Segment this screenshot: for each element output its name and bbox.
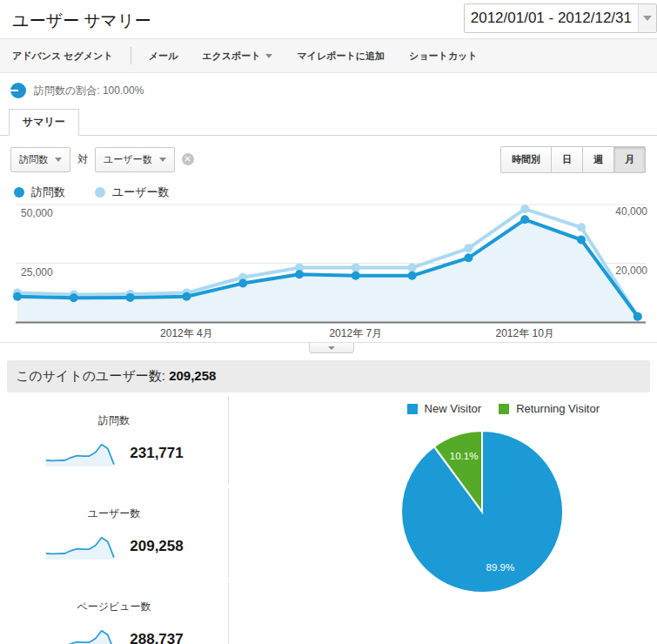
returning-visitor-swatch-icon: [499, 404, 509, 414]
chart-controls: 訪問数 対 ユーザー数 ✕ 時間別 日 週 月: [0, 136, 657, 174]
toolbar-item-shortcuts[interactable]: ショートカット: [409, 50, 478, 63]
toolbar-label: アドバンス セグメント: [12, 50, 113, 63]
legend-label: ユーザー数: [112, 184, 170, 200]
svg-text:2012年 10月: 2012年 10月: [496, 327, 554, 339]
chart-collapse-row: [0, 343, 657, 357]
toolbar-label: ショートカット: [409, 50, 478, 63]
legend-label: 訪問数: [31, 184, 65, 200]
svg-text:50,000: 50,000: [21, 207, 53, 219]
visits-area-fill: [17, 219, 638, 322]
page-header: ユーザー サマリー 2012/01/01 - 2012/12/31: [0, 0, 657, 39]
line-chart-legend: 訪問数 ユーザー数: [0, 174, 657, 200]
legend-item-returning-visitor: Returning Visitor: [499, 402, 600, 415]
granularity-month-button[interactable]: 月: [613, 146, 646, 173]
visits-legend-dot-icon: [14, 187, 24, 198]
legend-label: Returning Visitor: [516, 402, 600, 415]
svg-text:25,000: 25,000: [21, 266, 53, 278]
metric-block-visits[interactable]: 訪問数 231,771: [0, 396, 229, 484]
svg-text:20,000: 20,000: [615, 265, 647, 277]
tab-strip: サマリー: [0, 108, 657, 136]
toolbar-divider: [131, 47, 131, 64]
metric-label: ページビュー数: [0, 600, 228, 614]
metric-block-pageviews[interactable]: ページビュー数 288,737: [0, 582, 229, 644]
svg-text:40,000: 40,000: [615, 205, 647, 218]
tab-summary-label: サマリー: [23, 115, 65, 130]
toolbar-label: マイレポートに追加: [297, 50, 385, 63]
site-users-bar: このサイトのユーザー数: 209,258: [7, 360, 650, 392]
site-users-value: 209,258: [169, 368, 216, 383]
metric-value: 288,737: [130, 631, 183, 644]
date-range-arrow[interactable]: [638, 4, 656, 32]
svg-text:2012年 4月: 2012年 4月: [160, 327, 213, 339]
metrics-column: 訪問数 231,771 ユーザー数 209,258 ページビュー数 288,73…: [0, 396, 229, 644]
chevron-down-icon: [643, 16, 652, 21]
date-range-selector[interactable]: 2012/01/01 - 2012/12/31: [464, 3, 657, 33]
metric-label: ユーザー数: [0, 506, 228, 521]
pie-legend: New Visitor Returning Visitor: [407, 402, 600, 415]
toolbar-item-advanced-segments[interactable]: アドバンス セグメント: [12, 50, 113, 63]
segment-pie-icon: [10, 83, 26, 98]
vs-label: 対: [77, 152, 88, 167]
granularity-button-group: 時間別 日 週 月: [500, 146, 646, 173]
users-legend-dot-icon: [95, 187, 105, 198]
toolbar-item-add-to-dashboard[interactable]: マイレポートに追加: [297, 50, 385, 63]
visitor-type-section: New Visitor Returning Visitor 89.9%10.1%: [229, 396, 657, 644]
visits-users-line-chart[interactable]: 50,00025,00040,00020,0002012年 4月2012年 7月…: [0, 200, 657, 342]
svg-text:2012年 7月: 2012年 7月: [329, 327, 382, 339]
chevron-down-icon: [55, 158, 62, 162]
audience-overview-page: ユーザー サマリー 2012/01/01 - 2012/12/31 アドバンス …: [0, 0, 657, 644]
chevron-down-icon: [328, 346, 335, 350]
report-toolbar: アドバンス セグメント メール エクスポート マイレポートに追加 ショートカット: [0, 39, 657, 73]
date-range-text: 2012/01/01 - 2012/12/31: [465, 4, 638, 32]
legend-item-visits: 訪問数: [14, 184, 65, 200]
metric-value: 209,258: [130, 538, 183, 555]
segment-label: 訪問数の割合: 100.00%: [34, 84, 144, 98]
tab-summary[interactable]: サマリー: [9, 109, 79, 136]
metric-label: 訪問数: [0, 413, 228, 428]
new-visitor-swatch-icon: [407, 404, 418, 414]
remove-comparison-button[interactable]: ✕: [182, 153, 194, 165]
metric2-select-label: ユーザー数: [104, 153, 152, 166]
page-title: ユーザー サマリー: [12, 10, 151, 32]
legend-label: New Visitor: [425, 402, 482, 415]
users-sparkline-chart: [44, 532, 117, 561]
line-chart-area: 50,00025,00040,00020,0002012年 4月2012年 7月…: [0, 200, 657, 343]
granularity-week-button[interactable]: 週: [582, 146, 614, 173]
chevron-down-icon: [159, 158, 166, 162]
chevron-down-icon: [265, 54, 272, 58]
toolbar-label: エクスポート: [202, 50, 260, 63]
metric-block-users[interactable]: ユーザー数 209,258: [0, 489, 229, 577]
svg-text:10.1%: 10.1%: [450, 451, 479, 461]
svg-text:89.9%: 89.9%: [486, 562, 515, 573]
toolbar-item-export[interactable]: エクスポート: [202, 50, 272, 63]
pageviews-sparkline-chart: [44, 625, 117, 644]
legend-item-new-visitor: New Visitor: [407, 402, 482, 415]
visitor-type-pie-chart[interactable]: 89.9%10.1%: [391, 420, 573, 603]
metric2-select[interactable]: ユーザー数: [95, 147, 175, 172]
segment-row: 訪問数の割合: 100.00%: [0, 73, 657, 108]
metric1-select[interactable]: 訪問数: [10, 147, 70, 172]
collapse-chart-button[interactable]: [309, 343, 354, 353]
granularity-hourly-button[interactable]: 時間別: [500, 146, 552, 173]
metric1-select-label: 訪問数: [19, 153, 48, 166]
toolbar-item-email[interactable]: メール: [149, 50, 178, 63]
visits-sparkline-chart: [44, 439, 117, 468]
legend-item-users: ユーザー数: [95, 184, 170, 200]
granularity-day-button[interactable]: 日: [551, 146, 583, 173]
overview-content-row: 訪問数 231,771 ユーザー数 209,258 ページビュー数 288,73…: [0, 392, 657, 644]
site-users-label: このサイトのユーザー数:: [16, 368, 165, 383]
metric-value: 231,771: [130, 445, 183, 462]
toolbar-label: メール: [149, 50, 178, 63]
